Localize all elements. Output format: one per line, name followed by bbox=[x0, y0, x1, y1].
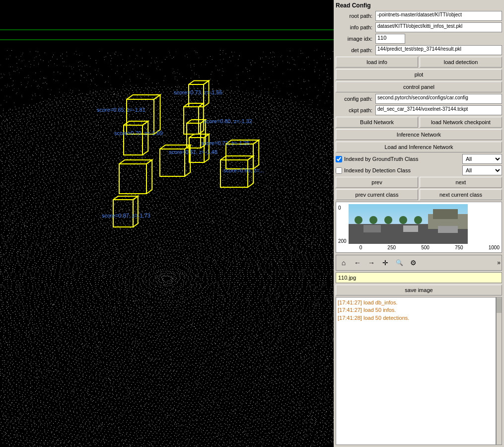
image-idx-label: image idx: bbox=[336, 36, 375, 42]
config-path-row: config path: second.pytorch/second/confi… bbox=[336, 94, 502, 104]
log-line-2: [17:41:27] load 50 infos. bbox=[338, 306, 494, 314]
image-preview-area: 0 200 0 250 500 750 1000 bbox=[336, 202, 502, 253]
back-toolbar-button[interactable]: ← bbox=[351, 256, 364, 269]
info-path-label: info path: bbox=[336, 24, 375, 30]
plot-button[interactable]: plot bbox=[336, 69, 502, 80]
scrollbar-thumb bbox=[497, 298, 502, 313]
class-nav-buttons-row: prev current class next current class bbox=[336, 189, 502, 200]
det-path-label: det path: bbox=[336, 47, 375, 53]
root-path-label: root path: bbox=[336, 13, 375, 19]
network-buttons-row: Build Network load Network checkpoint bbox=[336, 117, 502, 128]
nav-buttons-row: prev next bbox=[336, 177, 502, 188]
control-panel-button[interactable]: control panel bbox=[336, 81, 502, 92]
det-path-row: det path: 144/predict_test/step_37144/re… bbox=[336, 45, 502, 55]
root-path-row: root path: -pointnets-master/dataset/KIT… bbox=[336, 11, 502, 21]
info-path-input[interactable]: dataset/KITTI/object/kitti_infos_test.pk… bbox=[375, 22, 502, 32]
y-label-200: 200 bbox=[338, 238, 347, 244]
prev-current-class-button[interactable]: prev current class bbox=[336, 189, 418, 200]
image-idx-input[interactable]: 110 bbox=[375, 34, 405, 44]
settings-toolbar-button[interactable]: ⚙ bbox=[407, 256, 420, 269]
toolbar: ⌂ ← → ✛ 🔍 ⚙ » bbox=[336, 255, 502, 271]
inference-network-button[interactable]: Inference Network bbox=[336, 129, 502, 140]
prev-button[interactable]: prev bbox=[336, 177, 418, 188]
ckpt-path-input[interactable]: del_sec_car_37144/voxelnet-37144.tckpt bbox=[375, 105, 502, 115]
gt-checkbox-label: Indexed by GroundTruth Class bbox=[344, 156, 460, 162]
load-and-inference-button[interactable]: Load and Inference Network bbox=[336, 142, 502, 152]
det-checkbox-label: Indexed by Detection Class bbox=[344, 167, 460, 173]
log-line-3: [17:41:28] load 50 detections. bbox=[338, 314, 494, 322]
det-class-dropdown[interactable]: All Car Pedestrian Cyclist bbox=[462, 165, 502, 175]
info-path-row: info path: dataset/KITTI/object/kitti_in… bbox=[336, 22, 502, 32]
log-scrollbar[interactable] bbox=[496, 297, 502, 445]
toolbar-expand[interactable]: » bbox=[497, 259, 501, 266]
home-toolbar-button[interactable]: ⌂ bbox=[337, 256, 350, 269]
lidar-view bbox=[0, 0, 334, 447]
image-idx-row: image idx: 110 bbox=[336, 34, 502, 44]
det-path-input[interactable]: 144/predict_test/step_37144/result.pkl bbox=[375, 45, 502, 55]
config-path-label: config path: bbox=[336, 96, 375, 102]
zoom-toolbar-button[interactable]: 🔍 bbox=[393, 256, 406, 269]
next-current-class-button[interactable]: next current class bbox=[420, 189, 502, 200]
gt-checkbox[interactable] bbox=[336, 156, 342, 162]
config-path-input[interactable]: second.pytorch/second/configs/car.config bbox=[375, 94, 502, 104]
y-label-0: 0 bbox=[338, 205, 347, 211]
x-label-1000: 1000 bbox=[489, 245, 500, 250]
root-path-input[interactable]: -pointnets-master/dataset/KITTI/object bbox=[375, 11, 502, 21]
ckpt-path-label: ckpt path: bbox=[336, 107, 375, 113]
build-network-button[interactable]: Build Network bbox=[336, 117, 418, 128]
ckpt-path-row: ckpt path: del_sec_car_37144/voxelnet-37… bbox=[336, 105, 502, 115]
filename-input[interactable] bbox=[336, 272, 502, 283]
save-image-button[interactable]: save image bbox=[336, 285, 502, 296]
x-label-250: 250 bbox=[387, 245, 396, 250]
load-buttons-row: load info load detection bbox=[336, 57, 502, 68]
y-axis-labels: 0 200 bbox=[338, 204, 347, 244]
det-filter-row: Indexed by Detection Class All Car Pedes… bbox=[336, 165, 502, 175]
x-axis-labels: 0 250 500 750 1000 bbox=[349, 245, 500, 250]
camera-canvas bbox=[349, 204, 468, 244]
pan-toolbar-button[interactable]: ✛ bbox=[379, 256, 392, 269]
det-checkbox[interactable] bbox=[336, 167, 342, 174]
right-panel: Read Config root path: -pointnets-master… bbox=[334, 0, 504, 447]
load-network-checkpoint-button[interactable]: load Network checkpoint bbox=[420, 117, 502, 128]
log-line-1: [17:41:27] load db_infos. bbox=[338, 299, 494, 306]
lidar-canvas bbox=[0, 0, 334, 447]
next-button[interactable]: next bbox=[420, 177, 502, 188]
load-detection-button[interactable]: load detection bbox=[420, 57, 502, 68]
camera-image bbox=[349, 204, 468, 244]
gt-class-dropdown[interactable]: All Car Pedestrian Cyclist bbox=[462, 154, 502, 164]
log-container: [17:41:27] load db_infos. [17:41:27] loa… bbox=[336, 297, 502, 445]
x-label-500: 500 bbox=[421, 245, 430, 250]
section-title: Read Config bbox=[336, 2, 502, 9]
log-area: [17:41:27] load db_infos. [17:41:27] loa… bbox=[336, 297, 496, 445]
x-label-750: 750 bbox=[455, 245, 463, 250]
image-preview-inner: 0 200 0 250 500 750 1000 bbox=[338, 204, 500, 250]
gt-filter-row: Indexed by GroundTruth Class All Car Ped… bbox=[336, 154, 502, 164]
load-info-button[interactable]: load info bbox=[336, 57, 418, 68]
forward-toolbar-button[interactable]: → bbox=[365, 256, 378, 269]
x-label-0: 0 bbox=[360, 245, 362, 250]
